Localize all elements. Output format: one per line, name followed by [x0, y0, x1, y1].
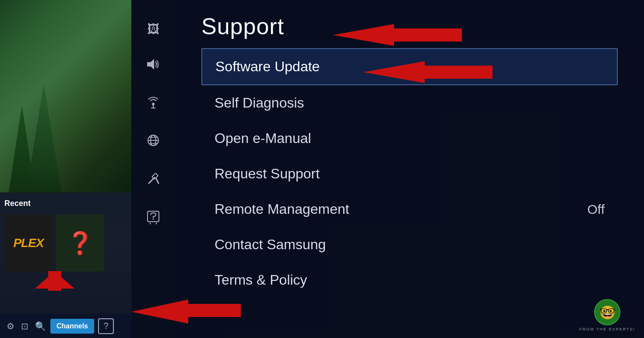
picture-icon[interactable]: 🖼 — [147, 22, 159, 36]
tools-icon[interactable] — [147, 172, 160, 188]
settings-icon[interactable]: ⚙ — [4, 319, 17, 334]
menu-item-label: Open e-Manual — [215, 130, 311, 146]
menu-item-terms-policy[interactable]: Terms & Policy — [201, 262, 618, 298]
help-app-thumbnail[interactable]: ❓ — [56, 215, 104, 272]
bottom-bar: ⚙ ⊡ 🔍 Channels ? — [0, 314, 131, 338]
menu-item-label: Request Support — [215, 166, 320, 182]
menu-item-label: Terms & Policy — [215, 272, 307, 288]
support-sidebar-icon[interactable] — [147, 210, 160, 227]
svg-point-1 — [152, 103, 155, 105]
svg-point-13 — [153, 219, 154, 220]
tree-scene — [0, 0, 131, 192]
search-icon[interactable]: 🔍 — [33, 319, 48, 334]
svg-marker-0 — [147, 59, 154, 70]
plex-logo: PLEX — [13, 236, 43, 250]
recent-label: Recent — [4, 197, 127, 210]
sound-icon[interactable] — [146, 58, 160, 73]
svg-line-11 — [156, 179, 158, 183]
watermark-avatar: 🤓 — [594, 299, 620, 325]
watermark: 🤓 FROM THE EXPERTS! — [579, 299, 635, 331]
channels-button[interactable]: Channels — [50, 319, 94, 334]
sidebar: 🖼 — [131, 0, 175, 338]
source-icon[interactable]: ⊡ — [19, 319, 31, 334]
menu-item-label: Software Update — [215, 59, 320, 75]
menu-item-emanual[interactable]: Open e-Manual — [201, 121, 618, 156]
page-title: Support — [201, 13, 618, 39]
menu-list: Software Update Self Diagnosis Open e-Ma… — [201, 48, 618, 298]
menu-item-remote-management[interactable]: Remote Management Off — [201, 192, 618, 227]
help-question-icon: ❓ — [67, 230, 94, 256]
network-icon[interactable] — [146, 133, 160, 150]
menu-item-self-diagnosis[interactable]: Self Diagnosis — [201, 85, 618, 121]
recent-apps: PLEX ❓ — [4, 215, 127, 272]
menu-item-label: Contact Samsung — [215, 237, 326, 253]
menu-item-value: Off — [588, 202, 605, 217]
main-content: Support Software Update Self Diagnosis O… — [175, 0, 644, 338]
support-bottom-icon[interactable]: ? — [98, 318, 114, 334]
watermark-text: FROM THE EXPERTS! — [579, 327, 635, 331]
menu-item-request-support[interactable]: Request Support — [201, 156, 618, 192]
menu-item-label: Remote Management — [215, 201, 349, 217]
plex-app-thumbnail[interactable]: PLEX — [4, 215, 53, 272]
menu-item-label: Self Diagnosis — [215, 95, 304, 111]
menu-item-contact-samsung[interactable]: Contact Samsung — [201, 227, 618, 262]
menu-item-software-update[interactable]: Software Update — [201, 48, 618, 85]
broadcast-icon[interactable] — [147, 95, 160, 112]
